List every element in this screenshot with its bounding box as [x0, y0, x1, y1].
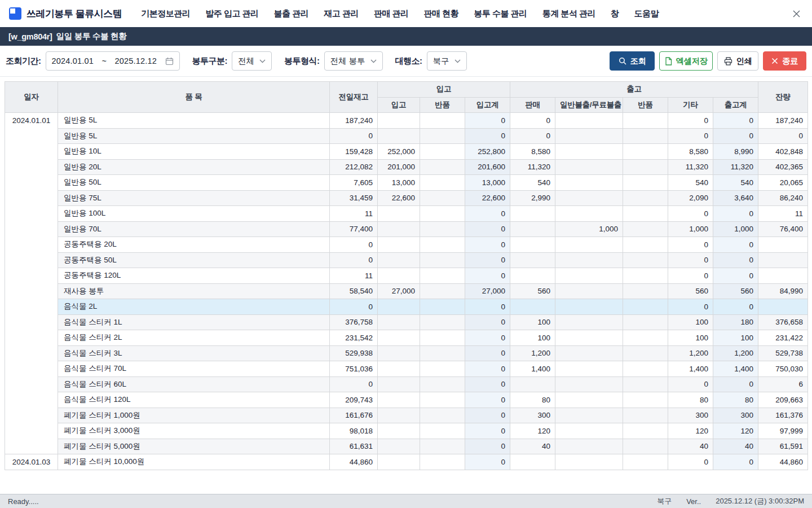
cell-prev[interactable]: 0 — [330, 237, 378, 253]
table-row[interactable]: 일반용 50L7,60513,00013,00054054054020,065 — [5, 175, 808, 191]
cell-outret[interactable] — [623, 408, 668, 423]
cell-inq[interactable]: 252,000 — [378, 144, 420, 160]
cell-etc[interactable]: 1,400 — [668, 361, 713, 377]
cell-item[interactable]: 공동주택용 20L — [58, 237, 330, 253]
cell-item[interactable]: 음식물 스티커 60L — [58, 376, 330, 392]
cell-inret[interactable] — [420, 392, 465, 408]
cell-free[interactable] — [555, 376, 623, 392]
cell-inq[interactable] — [378, 392, 420, 408]
cell-remain[interactable]: 376,658 — [758, 314, 808, 330]
cell-inret[interactable] — [420, 237, 465, 253]
menu-item-sales-mgmt[interactable]: 판매 관리 — [374, 8, 409, 19]
table-row[interactable]: 음식물 스티커 120L209,7430808080209,663 — [5, 392, 808, 408]
cell-prev[interactable]: 376,758 — [330, 314, 378, 330]
cell-etc[interactable]: 100 — [668, 314, 713, 330]
cell-sale[interactable]: 100 — [510, 330, 555, 346]
cell-outtot[interactable]: 1,000 — [713, 221, 758, 237]
cell-intot[interactable]: 0 — [465, 376, 510, 392]
cell-outtot[interactable]: 3,640 — [713, 190, 758, 206]
table-row[interactable]: 재사용 봉투58,54027,00027,00056056056084,990 — [5, 283, 808, 299]
cell-item[interactable]: 일반용 75L — [58, 190, 330, 206]
window-close-icon[interactable] — [791, 7, 803, 20]
cell-remain[interactable]: 76,400 — [758, 221, 808, 237]
cell-outret[interactable] — [623, 345, 668, 361]
search-button[interactable]: 조회 — [610, 51, 655, 71]
cell-free[interactable] — [555, 283, 623, 299]
cell-intot[interactable]: 0 — [465, 252, 510, 268]
date-to-value[interactable]: 2025.12.12 — [115, 56, 157, 65]
table-row[interactable]: 음식물 스티커 60L00006 — [5, 376, 808, 392]
cell-etc[interactable]: 100 — [668, 330, 713, 346]
cell-remain[interactable] — [758, 299, 808, 315]
cell-inq[interactable] — [378, 237, 420, 253]
cell-etc[interactable]: 0 — [668, 128, 713, 144]
cell-etc[interactable]: 1,000 — [668, 221, 713, 237]
cell-outret[interactable] — [623, 392, 668, 408]
cell-outret[interactable] — [623, 330, 668, 346]
cell-remain[interactable]: 402,848 — [758, 144, 808, 160]
cell-prev[interactable]: 529,938 — [330, 345, 378, 361]
cell-remain[interactable]: 231,422 — [758, 330, 808, 346]
table-row[interactable]: 일반용 5L000000 — [5, 128, 808, 144]
cell-inret[interactable] — [420, 376, 465, 392]
cell-free[interactable] — [555, 454, 623, 470]
table-row[interactable]: 공동주택용 20L0000 — [5, 237, 808, 253]
cell-sale[interactable] — [510, 206, 555, 222]
cell-outtot[interactable]: 0 — [713, 299, 758, 315]
cell-item[interactable]: 일반용 5L — [58, 128, 330, 144]
calendar-icon[interactable] — [165, 57, 174, 65]
cell-outtot[interactable]: 40 — [713, 439, 758, 454]
table-row[interactable]: 폐기물 스티커 3,000원98,018012012012097,999 — [5, 423, 808, 439]
cell-intot[interactable]: 0 — [465, 345, 510, 361]
cell-etc[interactable]: 1,200 — [668, 345, 713, 361]
menu-item-window[interactable]: 창 — [611, 8, 619, 19]
cell-item[interactable]: 음식물 스티커 120L — [58, 392, 330, 408]
cell-free[interactable] — [555, 159, 623, 175]
cell-outtot[interactable]: 0 — [713, 268, 758, 284]
table-row[interactable]: 일반용 75L31,45922,60022,6002,9902,0903,640… — [5, 190, 808, 206]
cell-prev[interactable]: 11 — [330, 268, 378, 284]
cell-free[interactable] — [555, 128, 623, 144]
table-row[interactable]: 음식물 2L0000 — [5, 299, 808, 315]
table-row[interactable]: 음식물 스티커 1L376,7580100100180376,658 — [5, 314, 808, 330]
cell-prev[interactable]: 159,428 — [330, 144, 378, 160]
menu-item-sales-status[interactable]: 판매 현황 — [424, 8, 459, 19]
cell-outtot[interactable]: 560 — [713, 283, 758, 299]
cell-inret[interactable] — [420, 268, 465, 284]
cell-remain[interactable]: 97,999 — [758, 423, 808, 439]
cell-item[interactable]: 폐기물 스티커 5,000원 — [58, 439, 330, 454]
cell-etc[interactable]: 80 — [668, 392, 713, 408]
cell-remain[interactable]: 402,365 — [758, 159, 808, 175]
cell-intot[interactable]: 201,600 — [465, 159, 510, 175]
cell-sale[interactable] — [510, 252, 555, 268]
cell-etc[interactable]: 0 — [668, 252, 713, 268]
cell-inq[interactable]: 27,000 — [378, 283, 420, 299]
menu-item-bag-ledger[interactable]: 봉투 수불 관리 — [474, 8, 527, 19]
cell-remain[interactable]: 0 — [758, 128, 808, 144]
cell-inret[interactable] — [420, 423, 465, 439]
cell-etc[interactable]: 8,580 — [668, 144, 713, 160]
cell-etc[interactable]: 0 — [668, 206, 713, 222]
cell-sale[interactable]: 1,400 — [510, 361, 555, 377]
menu-item-dispensing[interactable]: 불출 관리 — [274, 8, 309, 19]
cell-remain[interactable]: 86,240 — [758, 190, 808, 206]
table-row[interactable]: 공동주택용 120L11000 — [5, 268, 808, 284]
cell-inq[interactable] — [378, 330, 420, 346]
cell-inq[interactable] — [378, 113, 420, 129]
cell-outtot[interactable]: 0 — [713, 237, 758, 253]
cell-sale[interactable] — [510, 376, 555, 392]
cell-intot[interactable]: 0 — [465, 221, 510, 237]
table-row[interactable]: 일반용 10L159,428252,000252,8008,5808,5808,… — [5, 144, 808, 160]
cell-item[interactable]: 일반용 70L — [58, 221, 330, 237]
menu-item-help[interactable]: 도움말 — [634, 8, 659, 19]
cell-prev[interactable]: 31,459 — [330, 190, 378, 206]
cell-outret[interactable] — [623, 376, 668, 392]
cell-sale[interactable]: 8,580 — [510, 144, 555, 160]
cell-inret[interactable] — [420, 128, 465, 144]
cell-remain[interactable]: 84,990 — [758, 283, 808, 299]
cell-outret[interactable] — [623, 113, 668, 129]
cell-free[interactable] — [555, 175, 623, 191]
cell-outret[interactable] — [623, 128, 668, 144]
cell-item[interactable]: 폐기물 스티커 3,000원 — [58, 423, 330, 439]
date-range-input[interactable]: 2024.01.01 ~ 2025.12.12 — [46, 51, 180, 71]
